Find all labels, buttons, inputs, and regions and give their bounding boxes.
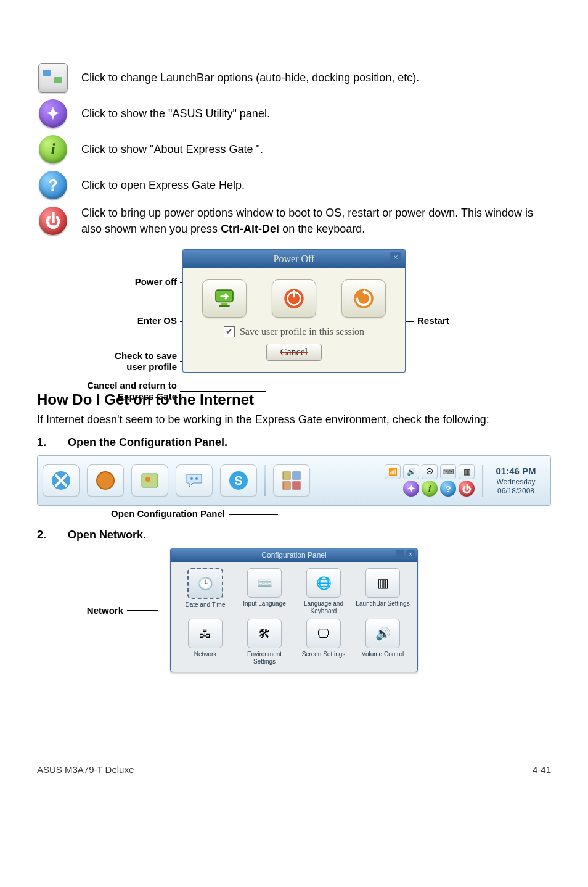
tray-asus-utility-icon[interactable]: ✦ xyxy=(403,481,419,497)
launchbar-row: Click to change LaunchBar options (auto-… xyxy=(37,62,551,94)
cp-item-label: Volume Control xyxy=(362,651,404,666)
tb-app-1[interactable] xyxy=(43,464,80,497)
config-panel-icon xyxy=(280,469,303,492)
help-icon: ? xyxy=(37,169,69,201)
svg-point-13 xyxy=(195,477,198,480)
close-icon[interactable]: × xyxy=(390,252,401,263)
cp-item-label: Screen Settings xyxy=(302,651,346,666)
launchbar-icon-descriptions: Click to change LaunchBar options (auto-… xyxy=(37,62,551,237)
callout-restart: Restart xyxy=(417,315,449,326)
callout-save-profile: Check to save user profile xyxy=(84,350,177,373)
skype-icon: S xyxy=(227,469,250,492)
about-icon: i xyxy=(37,133,69,165)
save-profile-checkbox[interactable]: ✔ xyxy=(224,326,235,337)
tray-help-icon[interactable]: ? xyxy=(440,481,456,497)
launchbar-desc: Click to show "About Express Gate ". xyxy=(81,141,551,157)
power-off-button[interactable] xyxy=(272,279,316,318)
power-icon: ⏻ xyxy=(37,205,69,237)
taskbar-clock: 01:46 PM Wednesday 06/18/2008 xyxy=(482,465,545,497)
tray-icon-4[interactable]: ⌨ xyxy=(440,464,456,479)
express-gate-taskbar: S 📶 🔊 ⦿ ⌨ ▥ xyxy=(37,455,551,506)
svg-text:S: S xyxy=(234,474,242,487)
globe-icon xyxy=(94,469,116,492)
callout-enter-os: Enter OS xyxy=(84,315,177,326)
power-icon xyxy=(281,286,307,311)
tray-about-icon[interactable]: i xyxy=(422,481,438,497)
chat-icon xyxy=(183,469,205,492)
cp-item-label: Date and Time xyxy=(185,601,225,616)
input-language-icon[interactable]: ⌨️Input Language xyxy=(236,568,293,616)
footer-left: ASUS M3A79-T Deluxe xyxy=(37,764,134,775)
step-2: 2. Open Network. xyxy=(37,529,551,542)
launchbar-settings-icon[interactable]: ▥LaunchBar Settings xyxy=(354,568,411,616)
callout-cancel-return: Cancel and return to Express Gate xyxy=(66,380,177,402)
svg-rect-2 xyxy=(219,305,230,307)
svg-rect-17 xyxy=(293,472,300,479)
cp-item-label: Environment Settings xyxy=(236,651,293,666)
tray-icon-5[interactable]: ▥ xyxy=(459,464,475,479)
cp-item-label: Network xyxy=(194,651,217,666)
svg-rect-18 xyxy=(283,482,290,489)
launchbar-row: ?Click to open Express Gate Help. xyxy=(37,169,551,201)
taskbar-caption: Open Configuration Panel xyxy=(111,508,225,519)
close-icon[interactable]: × xyxy=(406,550,415,559)
svg-point-12 xyxy=(190,477,193,480)
restart-button[interactable] xyxy=(341,279,386,318)
tb-app-2[interactable] xyxy=(87,464,124,497)
photos-icon xyxy=(139,469,161,492)
launchbar-desc: Click to change LaunchBar options (auto-… xyxy=(81,70,551,86)
page-footer: ASUS M3A79-T Deluxe 4-41 xyxy=(37,759,551,775)
restart-icon xyxy=(351,286,377,311)
power-off-dialog: Power Off × xyxy=(182,249,406,373)
environment-settings-icon[interactable]: 🛠Environment Settings xyxy=(236,619,293,666)
tb-app-3[interactable] xyxy=(131,464,168,497)
launchbar-desc: Click to show the "ASUS Utility" panel. xyxy=(81,105,551,122)
tray-power-icon[interactable]: ⏻ xyxy=(459,481,475,497)
cp-item-label: Language and Keyboard xyxy=(295,600,352,615)
x-blue-icon xyxy=(50,469,72,492)
launchbar-row: iClick to show "About Express Gate ". xyxy=(37,133,551,165)
monitor-icon xyxy=(211,286,237,311)
svg-point-11 xyxy=(145,477,150,482)
tb-app-4[interactable] xyxy=(176,464,213,497)
launchbar-row: ✦Click to show the "ASUS Utility" panel. xyxy=(37,97,551,130)
cp-item-label: LaunchBar Settings xyxy=(356,600,409,615)
network-icon[interactable]: 🖧Network xyxy=(177,619,234,666)
tray-icon-3[interactable]: ⦿ xyxy=(422,464,438,479)
launchbar-options-icon xyxy=(37,62,69,94)
date-and-time-icon[interactable]: 🕒Date and Time xyxy=(177,568,234,616)
screen-settings-icon[interactable]: 🖵Screen Settings xyxy=(295,619,352,666)
section-lead: If Internet doesn't seem to be working i… xyxy=(37,412,551,427)
config-panel-title: Configuration Panel – × xyxy=(171,548,417,562)
launchbar-row: ⏻Click to bring up power options window … xyxy=(37,205,551,237)
volume-control-icon[interactable]: 🔊Volume Control xyxy=(354,619,411,666)
asus-utility-icon: ✦ xyxy=(37,97,69,130)
enter-os-button[interactable] xyxy=(202,279,247,318)
power-off-title: Power Off × xyxy=(183,250,405,268)
power-off-illustration: Power off Enter OS Check to save user pr… xyxy=(37,249,551,373)
launchbar-desc: Click to open Express Gate Help. xyxy=(81,177,551,193)
configuration-panel-window: Configuration Panel – × 🕒Date and Time⌨️… xyxy=(170,548,418,672)
tb-app-5[interactable]: S xyxy=(220,464,257,497)
tb-config-panel-button[interactable] xyxy=(273,464,310,497)
tray-icon-2[interactable]: 🔊 xyxy=(403,464,419,479)
svg-rect-19 xyxy=(293,482,300,489)
cp-item-label: Input Language xyxy=(243,600,286,615)
language-keyboard-icon[interactable]: 🌐Language and Keyboard xyxy=(295,568,352,616)
network-callout: Network xyxy=(37,605,123,616)
tray-icon-1[interactable]: 📶 xyxy=(385,464,401,479)
minimize-icon[interactable]: – xyxy=(396,550,404,559)
step-1: 1. Open the Configuration Panel. xyxy=(37,436,551,449)
callout-power-off: Power off xyxy=(84,276,177,287)
svg-rect-16 xyxy=(283,472,290,479)
svg-rect-1 xyxy=(221,303,227,305)
save-profile-label: Save user profile in this session xyxy=(240,326,364,337)
footer-right: 4-41 xyxy=(533,764,551,775)
svg-rect-5 xyxy=(293,290,295,297)
launchbar-desc: Click to bring up power options window t… xyxy=(81,205,551,237)
cancel-button[interactable]: Cancel xyxy=(266,344,322,361)
